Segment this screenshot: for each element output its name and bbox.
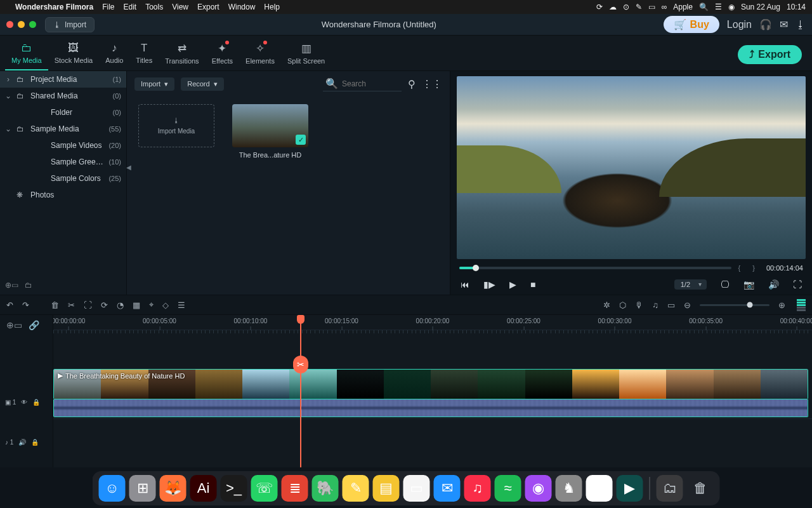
keyframe-button[interactable]: ◇	[162, 300, 169, 310]
dock-app-music[interactable]: ♫	[464, 475, 491, 502]
menu-view[interactable]: View	[172, 3, 188, 11]
crop-button[interactable]: ⛶	[84, 300, 92, 310]
sidebar-item-photos[interactable]: ❋Photos	[0, 187, 126, 203]
new-bin-icon[interactable]: ⊕▭	[5, 281, 18, 290]
scissors-icon[interactable]: ✂	[293, 356, 308, 373]
play-button[interactable]: ▶	[509, 279, 516, 290]
dock-app-spotify[interactable]: ≈	[495, 475, 521, 502]
fullscreen-icon[interactable]: ⛶	[793, 279, 802, 290]
time-ruler[interactable]: 00:00:00:0000:00:05:0000:00:10:0000:00:1…	[53, 315, 812, 330]
voiceover-icon[interactable]: 🎙	[635, 300, 643, 310]
speed-tool-button[interactable]: ⟳	[101, 300, 108, 310]
media-clip-thumb[interactable]: ✓ The Brea...ature HD	[232, 104, 308, 159]
audio-mixer-icon[interactable]: ♫	[652, 300, 658, 310]
dock-app-todoist[interactable]: ≣	[282, 475, 308, 502]
dock-app-firefox[interactable]: 🦊	[160, 475, 187, 502]
tab-transitions[interactable]: ⇄Transitions	[159, 38, 205, 70]
mute-icon[interactable]: 🔊	[18, 439, 26, 446]
record-dropdown[interactable]: Record▾	[181, 77, 223, 91]
play-status-icon[interactable]: ⊙	[623, 3, 629, 11]
sidebar-item-sample-media[interactable]: ⌄🗀Sample Media(55)	[0, 121, 126, 137]
dock-app-podcasts[interactable]: ◉	[525, 475, 552, 502]
menu-window[interactable]: Window	[228, 3, 256, 11]
lock-icon[interactable]: 🔒	[32, 399, 40, 406]
timeline-clip[interactable]: ▶The Breathtaking Beauty of Nature HD	[53, 369, 808, 399]
audio-track-header[interactable]: ♪ 1 🔊 🔒	[0, 427, 53, 457]
lock-icon[interactable]: 🔒	[31, 439, 39, 446]
dock-downloads[interactable]: 🗂	[657, 475, 683, 502]
menu-tools[interactable]: Tools	[145, 3, 163, 11]
display-settings-icon[interactable]: 🖵	[721, 279, 730, 290]
delete-button[interactable]: 🗑	[51, 300, 59, 310]
buy-button[interactable]: 🛒 Buy	[664, 16, 719, 33]
video-track-header[interactable]: ▣ 1 👁 🔒	[0, 377, 53, 427]
cloud-icon[interactable]: ☁	[609, 3, 617, 11]
dock-app-libreoffice[interactable]: ▭	[403, 475, 430, 502]
visibility-icon[interactable]: 👁	[21, 399, 27, 406]
dock-app-whatsapp[interactable]: ☏	[251, 475, 278, 502]
sidebar-item-sample-green-scr-[interactable]: Sample Green Scr...(10)	[0, 154, 126, 170]
link-tracks-icon[interactable]: 🔗	[29, 320, 39, 330]
sidebar-item-shared-media[interactable]: ⌄🗀Shared Media(0)	[0, 88, 126, 104]
snapshot-icon[interactable]: 📷	[743, 279, 754, 290]
tab-stock-media[interactable]: 🖼Stock Media	[48, 38, 100, 70]
dock-app-launchpad[interactable]: ⊞	[129, 475, 156, 502]
login-link[interactable]: Login	[727, 19, 752, 30]
menu-export[interactable]: Export	[197, 3, 219, 11]
preview-progress-bar[interactable]	[459, 267, 731, 269]
sidebar-collapse-handle[interactable]: ◀	[124, 160, 133, 174]
account-label[interactable]: Apple	[673, 3, 693, 11]
link-icon[interactable]: ∞	[662, 3, 667, 11]
split-button[interactable]: ✂	[68, 300, 75, 310]
menu-edit[interactable]: Edit	[123, 3, 136, 11]
adjust-button[interactable]: ☰	[178, 300, 185, 310]
dock-app-notes[interactable]: ✎	[343, 475, 369, 502]
time-label[interactable]: 10:14	[787, 3, 806, 11]
prev-frame-button[interactable]: ⏮	[461, 279, 469, 290]
folder-icon[interactable]: 🗀	[25, 281, 32, 290]
motion-tracking-button[interactable]: ⌖	[149, 300, 154, 310]
color-tool-button[interactable]: ◔	[117, 300, 124, 310]
dock-app-chess[interactable]: ♞	[556, 475, 582, 502]
grid-view-icon[interactable]: ⋮⋮	[422, 78, 442, 90]
subtitle-icon[interactable]: ▭	[667, 300, 675, 310]
dock-app-stickies[interactable]: ▤	[373, 475, 400, 502]
pin-icon[interactable]: ✎	[636, 3, 642, 11]
battery-icon[interactable]: ▭	[648, 3, 655, 11]
search-input[interactable]	[342, 79, 399, 88]
export-button[interactable]: ⤴ Export	[738, 45, 802, 64]
filter-icon[interactable]: ⚲	[408, 78, 416, 90]
preview-viewport[interactable]	[457, 76, 806, 259]
step-back-button[interactable]: ▮▶	[483, 279, 495, 290]
tab-split-screen[interactable]: ▥Split Screen	[281, 38, 331, 70]
spotlight-icon[interactable]: 🔍	[699, 3, 709, 11]
close-window-button[interactable]	[6, 21, 13, 28]
zoom-in-button[interactable]: ⊕	[778, 300, 785, 310]
tab-elements[interactable]: ✧Elements	[239, 38, 281, 70]
dock-app-filmora[interactable]: ▶	[617, 475, 643, 502]
redo-button[interactable]: ↷	[22, 300, 29, 310]
messages-icon[interactable]: ✉	[780, 18, 788, 30]
status-icon[interactable]: ⟳	[596, 3, 603, 11]
dock-app-mail[interactable]: ✉	[434, 475, 461, 502]
dock-app-evernote[interactable]: 🐘	[312, 475, 339, 502]
menubar-appname[interactable]: Wondershare Filmora	[15, 3, 93, 11]
dock-app-finder[interactable]: ☺	[99, 475, 126, 502]
import-media-dropzone[interactable]: ⭳ Import Media	[138, 104, 214, 147]
dock-trash[interactable]: 🗑	[687, 475, 714, 502]
date-label[interactable]: Sun 22 Aug	[741, 3, 780, 11]
menu-file[interactable]: File	[102, 3, 114, 11]
support-icon[interactable]: 🎧	[759, 18, 772, 30]
tab-effects[interactable]: ✦Effects	[206, 38, 239, 70]
tab-my-media[interactable]: 🗀My Media	[5, 38, 48, 70]
control-center-icon[interactable]: ☰	[715, 3, 722, 11]
add-track-icon[interactable]: ⊕▭	[6, 320, 22, 330]
import-dropdown[interactable]: Import▾	[134, 77, 174, 91]
search-field[interactable]: 🔍	[323, 76, 402, 91]
zoom-out-button[interactable]: ⊖	[684, 300, 691, 310]
undo-button[interactable]: ↶	[6, 300, 13, 310]
playback-speed-select[interactable]: 1/2	[674, 279, 707, 290]
timeline-canvas[interactable]: 00:00:00:0000:00:05:0000:00:10:0000:00:1…	[53, 315, 812, 467]
dock-app-terminal[interactable]: >_	[221, 475, 247, 502]
tab-titles[interactable]: TTitles	[129, 38, 159, 70]
